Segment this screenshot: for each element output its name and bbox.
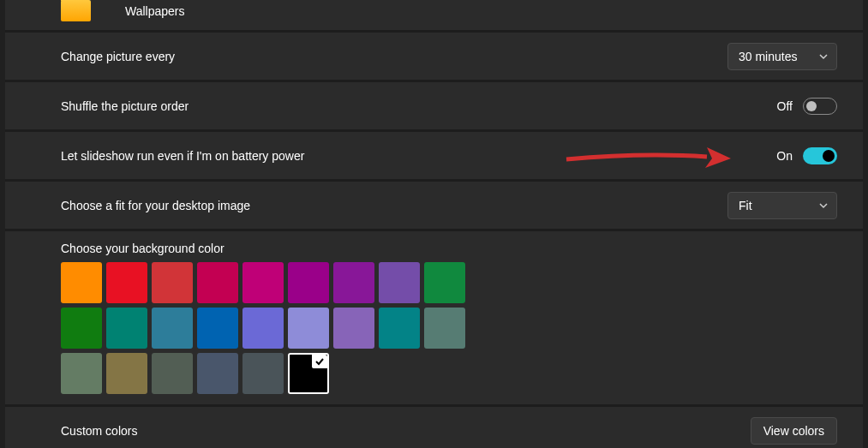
album-name: Wallpapers: [125, 4, 185, 18]
background-color-section: Choose your background color: [5, 231, 863, 407]
color-swatch[interactable]: [379, 262, 420, 303]
color-swatch[interactable]: [424, 262, 465, 303]
color-swatch[interactable]: [242, 353, 284, 394]
color-swatch[interactable]: [197, 262, 238, 303]
shuffle-state: Off: [777, 99, 793, 113]
chevron-down-icon: [819, 201, 828, 210]
fit-dropdown[interactable]: Fit: [727, 192, 837, 219]
color-swatch[interactable]: [152, 308, 193, 349]
color-swatch[interactable]: [288, 262, 329, 303]
change-picture-every-row: Change picture every 30 minutes: [5, 33, 863, 82]
color-grid: [61, 262, 837, 394]
change-picture-every-value: 30 minutes: [739, 50, 797, 63]
color-swatch[interactable]: [61, 262, 102, 303]
custom-colors-label: Custom colors: [61, 424, 137, 438]
battery-row: Let slideshow run even if I'm on battery…: [5, 132, 863, 182]
chevron-down-icon: [819, 52, 828, 61]
annotation-arrow: [560, 142, 731, 175]
battery-toggle[interactable]: [803, 147, 837, 164]
battery-state: On: [776, 149, 793, 163]
battery-label: Let slideshow run even if I'm on battery…: [61, 149, 304, 163]
color-swatch[interactable]: [333, 308, 374, 349]
color-swatch[interactable]: [379, 308, 420, 349]
shuffle-toggle[interactable]: [803, 98, 837, 115]
color-swatch[interactable]: [61, 353, 102, 394]
color-swatch[interactable]: [152, 353, 193, 394]
custom-colors-row: Custom colors View colors: [5, 407, 863, 448]
color-swatch[interactable]: [197, 308, 238, 349]
fit-label: Choose a fit for your desktop image: [61, 199, 250, 212]
color-swatch[interactable]: [242, 308, 284, 349]
folder-icon: [61, 0, 91, 21]
color-swatch[interactable]: [106, 262, 147, 303]
view-colors-label: View colors: [763, 424, 824, 438]
change-picture-every-label: Change picture every: [61, 50, 175, 63]
color-swatch[interactable]: [197, 353, 238, 394]
background-color-heading: Choose your background color: [61, 242, 224, 255]
color-swatch[interactable]: [333, 262, 374, 303]
check-icon: [312, 355, 327, 368]
change-picture-every-dropdown[interactable]: 30 minutes: [727, 43, 837, 70]
color-swatch[interactable]: [288, 353, 329, 394]
color-swatch[interactable]: [242, 262, 284, 303]
fit-value: Fit: [739, 199, 752, 212]
color-swatch[interactable]: [424, 308, 465, 349]
album-row: Wallpapers: [5, 0, 863, 33]
shuffle-row: Shuffle the picture order Off: [5, 82, 863, 132]
svg-marker-0: [705, 147, 731, 168]
color-swatch[interactable]: [106, 308, 147, 349]
shuffle-label: Shuffle the picture order: [61, 99, 189, 113]
view-colors-button[interactable]: View colors: [751, 417, 837, 445]
color-swatch[interactable]: [288, 308, 329, 349]
fit-row: Choose a fit for your desktop image Fit: [5, 182, 863, 231]
color-swatch[interactable]: [106, 353, 147, 394]
color-swatch[interactable]: [152, 262, 193, 303]
color-swatch[interactable]: [61, 308, 102, 349]
